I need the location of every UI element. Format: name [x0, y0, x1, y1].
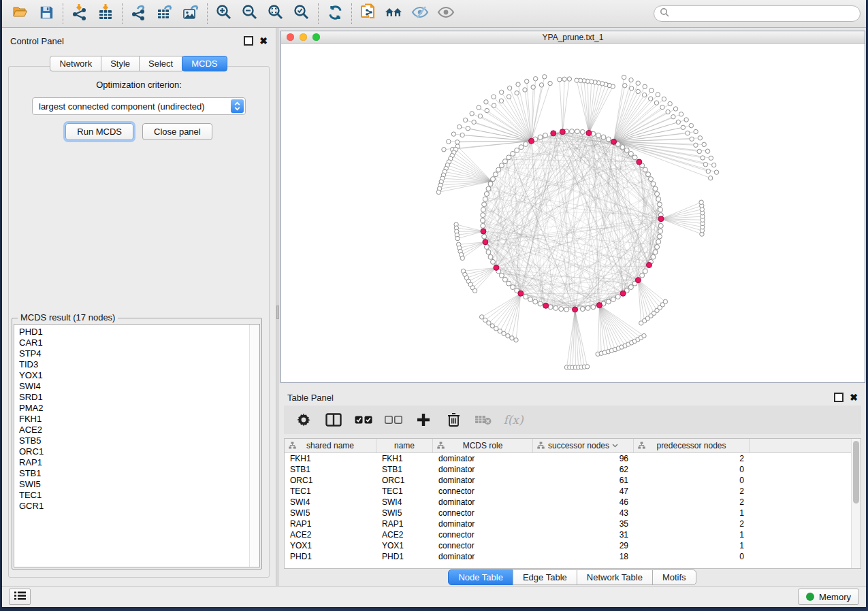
table-cell[interactable]: 35	[533, 519, 634, 529]
table-cell[interactable]: 43	[533, 508, 634, 518]
search-input[interactable]	[673, 8, 854, 19]
mcds-result-item[interactable]: STB5	[19, 435, 249, 446]
table-cell[interactable]: 2	[634, 519, 750, 529]
task-history-button[interactable]	[9, 589, 31, 605]
table-cell[interactable]: SWI4	[376, 497, 433, 507]
table-cell[interactable]: 61	[533, 476, 634, 485]
table-cell[interactable]: connector	[433, 508, 533, 518]
table-row[interactable]: FKH1FKH1dominator962	[285, 453, 861, 464]
search-box[interactable]	[654, 5, 861, 22]
run-mcds-button[interactable]: Run MCDS	[65, 123, 133, 140]
table-cell[interactable]: RAP1	[285, 519, 376, 529]
table-cell[interactable]: 47	[533, 486, 634, 496]
open-file-button[interactable]	[7, 3, 33, 24]
import-table-button[interactable]	[93, 3, 118, 24]
table-cell[interactable]: RAP1	[376, 519, 433, 529]
tab-mcds[interactable]: MCDS	[182, 56, 227, 71]
mcds-result-item[interactable]: ACE2	[19, 425, 249, 435]
close-panel-icon[interactable]: ✖	[259, 37, 268, 44]
table-cell[interactable]: 1	[634, 508, 750, 518]
column-header-name[interactable]: name	[376, 439, 433, 452]
table-scrollbar[interactable]	[851, 439, 861, 568]
tab-select[interactable]: Select	[139, 56, 182, 71]
mcds-result-item[interactable]: GCR1	[19, 501, 249, 512]
splitter-grip[interactable]	[276, 306, 279, 319]
table-cell[interactable]: 96	[533, 454, 634, 463]
float-panel-icon[interactable]	[244, 36, 253, 46]
tab-network[interactable]: Network	[50, 56, 101, 71]
deselect-all-checkboxes-button[interactable]	[382, 410, 405, 430]
table-cell[interactable]: 46	[533, 497, 634, 507]
memory-button[interactable]: Memory	[798, 589, 859, 605]
zoom-fit-button[interactable]	[263, 3, 289, 24]
table-row[interactable]: STB1STB1dominator620	[285, 464, 861, 475]
show-all-button[interactable]	[433, 3, 459, 24]
export-table-button[interactable]	[152, 3, 178, 24]
export-image-button[interactable]	[178, 3, 204, 24]
float-panel-icon[interactable]	[834, 393, 843, 402]
zoom-in-button[interactable]	[211, 3, 237, 24]
mcds-result-item[interactable]: STB1	[19, 468, 249, 479]
refresh-view-button[interactable]	[322, 3, 348, 24]
table-cell[interactable]: 0	[634, 552, 750, 561]
table-cell[interactable]: connector	[433, 530, 533, 540]
table-cell[interactable]: 2	[634, 486, 750, 496]
mcds-result-item[interactable]: PHD1	[19, 327, 249, 337]
table-cell[interactable]: SWI4	[285, 497, 376, 507]
table-cell[interactable]: 31	[533, 530, 634, 540]
tab-edge-table[interactable]: Edge Table	[513, 569, 577, 585]
delete-column-button[interactable]	[442, 410, 465, 430]
table-cell[interactable]: YOX1	[376, 541, 433, 550]
select-all-checkboxes-button[interactable]	[352, 410, 375, 430]
duplicate-network-button[interactable]	[355, 3, 381, 24]
table-cell[interactable]: dominator	[433, 465, 533, 474]
table-cell[interactable]: 62	[533, 465, 634, 474]
zoom-selected-button[interactable]	[289, 3, 315, 24]
table-cell[interactable]: FKH1	[376, 454, 433, 463]
network-canvas[interactable]	[281, 44, 865, 382]
save-session-button[interactable]	[33, 3, 59, 24]
table-cell[interactable]: 0	[634, 465, 750, 474]
network-graph[interactable]	[281, 44, 865, 382]
tab-motifs[interactable]: Motifs	[652, 569, 696, 585]
mcds-result-item[interactable]: RAP1	[19, 457, 249, 468]
mcds-result-item[interactable]: PMA2	[19, 403, 249, 414]
table-row[interactable]: PHD1PHD1dominator180	[285, 551, 861, 562]
table-row[interactable]: RAP1RAP1dominator352	[285, 518, 861, 529]
mcds-list-scrollbar[interactable]	[249, 325, 259, 567]
table-cell[interactable]: 1	[634, 530, 750, 540]
table-scrollbar-thumb[interactable]	[853, 441, 859, 503]
table-row[interactable]: TEC1TEC1connector472	[285, 486, 861, 497]
table-cell[interactable]: connector	[433, 541, 533, 550]
table-cell[interactable]: YOX1	[285, 541, 376, 550]
table-cell[interactable]: 1	[634, 541, 750, 550]
mcds-result-item[interactable]: SRD1	[19, 392, 249, 403]
first-neighbors-button[interactable]	[381, 3, 407, 24]
import-network-button[interactable]	[67, 3, 93, 24]
table-cell[interactable]: ACE2	[376, 530, 433, 540]
add-column-button[interactable]	[412, 410, 435, 430]
column-header-shared-name[interactable]: shared name	[285, 439, 376, 452]
table-cell[interactable]: SWI5	[376, 508, 433, 518]
network-window-titlebar[interactable]: YPA_prune.txt_1	[281, 31, 865, 44]
maximize-traffic-light[interactable]	[312, 33, 320, 41]
tab-network-table[interactable]: Network Table	[577, 569, 653, 585]
table-cell[interactable]: 2	[634, 497, 750, 507]
table-cell[interactable]: connector	[433, 486, 533, 496]
column-header-mcds-role[interactable]: MCDS role	[433, 439, 533, 452]
table-cell[interactable]: dominator	[433, 454, 533, 463]
table-cell[interactable]: TEC1	[376, 486, 433, 496]
mcds-result-item[interactable]: SWI4	[19, 381, 249, 392]
mcds-result-item[interactable]: TEC1	[19, 490, 249, 501]
zoom-out-button[interactable]	[237, 3, 263, 24]
table-cell[interactable]: STB1	[376, 465, 433, 474]
tab-node-table[interactable]: Node Table	[448, 569, 513, 585]
table-cell[interactable]: 0	[634, 476, 750, 485]
column-header-successor-nodes[interactable]: successor nodes	[533, 439, 634, 452]
table-cell[interactable]: STB1	[285, 465, 376, 474]
settings-gear-button[interactable]	[292, 410, 315, 430]
table-cell[interactable]: 29	[533, 541, 634, 550]
column-header-predecessor-nodes[interactable]: predecessor nodes	[634, 439, 750, 452]
close-panel-icon[interactable]: ✖	[850, 394, 858, 401]
split-panel-button[interactable]	[322, 410, 345, 430]
